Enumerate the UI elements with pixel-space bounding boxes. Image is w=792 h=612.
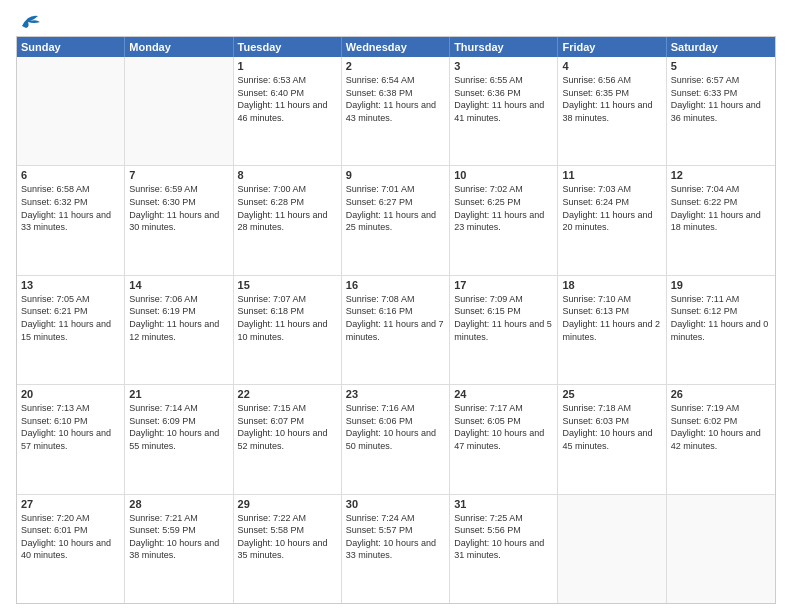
day-cell-17: 17Sunrise: 7:09 AM Sunset: 6:15 PM Dayli… <box>450 276 558 384</box>
day-number-10: 10 <box>454 169 553 181</box>
day-cell-14: 14Sunrise: 7:06 AM Sunset: 6:19 PM Dayli… <box>125 276 233 384</box>
cell-text-15: Sunrise: 7:07 AM Sunset: 6:18 PM Dayligh… <box>238 293 337 343</box>
day-number-6: 6 <box>21 169 120 181</box>
cell-text-6: Sunrise: 6:58 AM Sunset: 6:32 PM Dayligh… <box>21 183 120 233</box>
cell-text-7: Sunrise: 6:59 AM Sunset: 6:30 PM Dayligh… <box>129 183 228 233</box>
cell-text-24: Sunrise: 7:17 AM Sunset: 6:05 PM Dayligh… <box>454 402 553 452</box>
cell-text-23: Sunrise: 7:16 AM Sunset: 6:06 PM Dayligh… <box>346 402 445 452</box>
calendar: Sunday Monday Tuesday Wednesday Thursday… <box>16 36 776 604</box>
day-number-23: 23 <box>346 388 445 400</box>
cell-text-22: Sunrise: 7:15 AM Sunset: 6:07 PM Dayligh… <box>238 402 337 452</box>
day-number-9: 9 <box>346 169 445 181</box>
day-number-24: 24 <box>454 388 553 400</box>
day-number-2: 2 <box>346 60 445 72</box>
day-cell-16: 16Sunrise: 7:08 AM Sunset: 6:16 PM Dayli… <box>342 276 450 384</box>
cell-text-31: Sunrise: 7:25 AM Sunset: 5:56 PM Dayligh… <box>454 512 553 562</box>
day-cell-10: 10Sunrise: 7:02 AM Sunset: 6:25 PM Dayli… <box>450 166 558 274</box>
day-number-30: 30 <box>346 498 445 510</box>
cell-text-20: Sunrise: 7:13 AM Sunset: 6:10 PM Dayligh… <box>21 402 120 452</box>
logo-bird-icon <box>20 12 42 30</box>
day-cell-15: 15Sunrise: 7:07 AM Sunset: 6:18 PM Dayli… <box>234 276 342 384</box>
week-row-4: 20Sunrise: 7:13 AM Sunset: 6:10 PM Dayli… <box>17 385 775 494</box>
cell-text-26: Sunrise: 7:19 AM Sunset: 6:02 PM Dayligh… <box>671 402 771 452</box>
cell-text-27: Sunrise: 7:20 AM Sunset: 6:01 PM Dayligh… <box>21 512 120 562</box>
day-cell-28: 28Sunrise: 7:21 AM Sunset: 5:59 PM Dayli… <box>125 495 233 603</box>
week-row-1: 1Sunrise: 6:53 AM Sunset: 6:40 PM Daylig… <box>17 57 775 166</box>
cell-text-13: Sunrise: 7:05 AM Sunset: 6:21 PM Dayligh… <box>21 293 120 343</box>
day-number-7: 7 <box>129 169 228 181</box>
cell-text-25: Sunrise: 7:18 AM Sunset: 6:03 PM Dayligh… <box>562 402 661 452</box>
header-friday: Friday <box>558 37 666 57</box>
day-number-18: 18 <box>562 279 661 291</box>
cell-text-17: Sunrise: 7:09 AM Sunset: 6:15 PM Dayligh… <box>454 293 553 343</box>
cell-text-3: Sunrise: 6:55 AM Sunset: 6:36 PM Dayligh… <box>454 74 553 124</box>
day-number-8: 8 <box>238 169 337 181</box>
day-number-4: 4 <box>562 60 661 72</box>
day-cell-13: 13Sunrise: 7:05 AM Sunset: 6:21 PM Dayli… <box>17 276 125 384</box>
calendar-header: Sunday Monday Tuesday Wednesday Thursday… <box>17 37 775 57</box>
day-number-16: 16 <box>346 279 445 291</box>
header-tuesday: Tuesday <box>234 37 342 57</box>
day-cell-25: 25Sunrise: 7:18 AM Sunset: 6:03 PM Dayli… <box>558 385 666 493</box>
day-number-17: 17 <box>454 279 553 291</box>
day-number-31: 31 <box>454 498 553 510</box>
day-number-12: 12 <box>671 169 771 181</box>
cell-text-11: Sunrise: 7:03 AM Sunset: 6:24 PM Dayligh… <box>562 183 661 233</box>
day-cell-20: 20Sunrise: 7:13 AM Sunset: 6:10 PM Dayli… <box>17 385 125 493</box>
day-cell-11: 11Sunrise: 7:03 AM Sunset: 6:24 PM Dayli… <box>558 166 666 274</box>
day-number-27: 27 <box>21 498 120 510</box>
cell-text-9: Sunrise: 7:01 AM Sunset: 6:27 PM Dayligh… <box>346 183 445 233</box>
day-cell-30: 30Sunrise: 7:24 AM Sunset: 5:57 PM Dayli… <box>342 495 450 603</box>
empty-cell-0-1 <box>125 57 233 165</box>
day-cell-4: 4Sunrise: 6:56 AM Sunset: 6:35 PM Daylig… <box>558 57 666 165</box>
header-monday: Monday <box>125 37 233 57</box>
cell-text-14: Sunrise: 7:06 AM Sunset: 6:19 PM Dayligh… <box>129 293 228 343</box>
day-number-22: 22 <box>238 388 337 400</box>
cell-text-4: Sunrise: 6:56 AM Sunset: 6:35 PM Dayligh… <box>562 74 661 124</box>
cell-text-21: Sunrise: 7:14 AM Sunset: 6:09 PM Dayligh… <box>129 402 228 452</box>
day-number-20: 20 <box>21 388 120 400</box>
cell-text-28: Sunrise: 7:21 AM Sunset: 5:59 PM Dayligh… <box>129 512 228 562</box>
week-row-2: 6Sunrise: 6:58 AM Sunset: 6:32 PM Daylig… <box>17 166 775 275</box>
day-cell-1: 1Sunrise: 6:53 AM Sunset: 6:40 PM Daylig… <box>234 57 342 165</box>
day-number-15: 15 <box>238 279 337 291</box>
cell-text-16: Sunrise: 7:08 AM Sunset: 6:16 PM Dayligh… <box>346 293 445 343</box>
day-number-1: 1 <box>238 60 337 72</box>
day-number-3: 3 <box>454 60 553 72</box>
cell-text-8: Sunrise: 7:00 AM Sunset: 6:28 PM Dayligh… <box>238 183 337 233</box>
day-cell-12: 12Sunrise: 7:04 AM Sunset: 6:22 PM Dayli… <box>667 166 775 274</box>
cell-text-12: Sunrise: 7:04 AM Sunset: 6:22 PM Dayligh… <box>671 183 771 233</box>
header-wednesday: Wednesday <box>342 37 450 57</box>
cell-text-5: Sunrise: 6:57 AM Sunset: 6:33 PM Dayligh… <box>671 74 771 124</box>
day-number-19: 19 <box>671 279 771 291</box>
day-number-26: 26 <box>671 388 771 400</box>
day-cell-21: 21Sunrise: 7:14 AM Sunset: 6:09 PM Dayli… <box>125 385 233 493</box>
cell-text-19: Sunrise: 7:11 AM Sunset: 6:12 PM Dayligh… <box>671 293 771 343</box>
day-cell-2: 2Sunrise: 6:54 AM Sunset: 6:38 PM Daylig… <box>342 57 450 165</box>
page: Sunday Monday Tuesday Wednesday Thursday… <box>0 0 792 612</box>
day-cell-6: 6Sunrise: 6:58 AM Sunset: 6:32 PM Daylig… <box>17 166 125 274</box>
week-row-5: 27Sunrise: 7:20 AM Sunset: 6:01 PM Dayli… <box>17 495 775 603</box>
week-row-3: 13Sunrise: 7:05 AM Sunset: 6:21 PM Dayli… <box>17 276 775 385</box>
cell-text-30: Sunrise: 7:24 AM Sunset: 5:57 PM Dayligh… <box>346 512 445 562</box>
header-sunday: Sunday <box>17 37 125 57</box>
cell-text-29: Sunrise: 7:22 AM Sunset: 5:58 PM Dayligh… <box>238 512 337 562</box>
day-cell-19: 19Sunrise: 7:11 AM Sunset: 6:12 PM Dayli… <box>667 276 775 384</box>
day-cell-31: 31Sunrise: 7:25 AM Sunset: 5:56 PM Dayli… <box>450 495 558 603</box>
day-number-28: 28 <box>129 498 228 510</box>
cell-text-10: Sunrise: 7:02 AM Sunset: 6:25 PM Dayligh… <box>454 183 553 233</box>
day-number-25: 25 <box>562 388 661 400</box>
cell-text-18: Sunrise: 7:10 AM Sunset: 6:13 PM Dayligh… <box>562 293 661 343</box>
day-cell-9: 9Sunrise: 7:01 AM Sunset: 6:27 PM Daylig… <box>342 166 450 274</box>
empty-cell-4-5 <box>558 495 666 603</box>
cell-text-1: Sunrise: 6:53 AM Sunset: 6:40 PM Dayligh… <box>238 74 337 124</box>
day-cell-8: 8Sunrise: 7:00 AM Sunset: 6:28 PM Daylig… <box>234 166 342 274</box>
day-cell-3: 3Sunrise: 6:55 AM Sunset: 6:36 PM Daylig… <box>450 57 558 165</box>
empty-cell-0-0 <box>17 57 125 165</box>
day-number-13: 13 <box>21 279 120 291</box>
day-cell-24: 24Sunrise: 7:17 AM Sunset: 6:05 PM Dayli… <box>450 385 558 493</box>
day-cell-5: 5Sunrise: 6:57 AM Sunset: 6:33 PM Daylig… <box>667 57 775 165</box>
cell-text-2: Sunrise: 6:54 AM Sunset: 6:38 PM Dayligh… <box>346 74 445 124</box>
header <box>16 12 776 30</box>
calendar-body: 1Sunrise: 6:53 AM Sunset: 6:40 PM Daylig… <box>17 57 775 603</box>
